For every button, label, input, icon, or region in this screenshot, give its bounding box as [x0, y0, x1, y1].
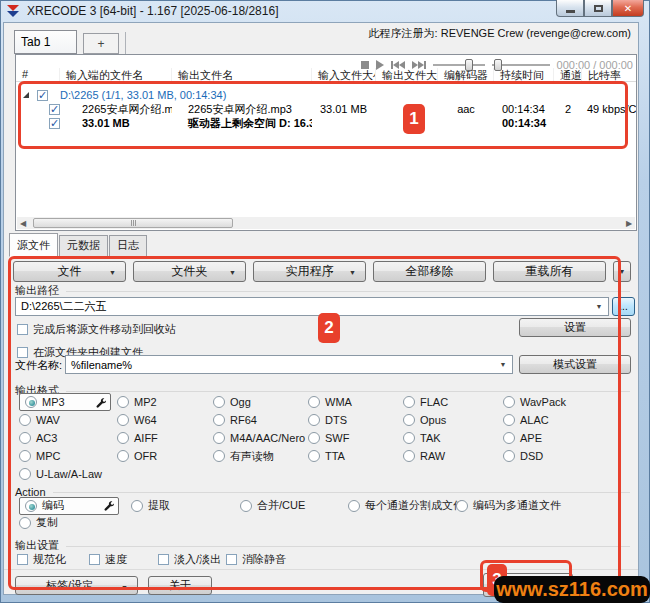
maximize-button[interactable]: [584, 0, 612, 17]
action-copy-radio[interactable]: 复制: [19, 515, 131, 530]
format-mp2-radio[interactable]: MP2: [117, 396, 213, 408]
column-header[interactable]: 输入文件大小: [312, 68, 376, 81]
format-audiobook-radio[interactable]: 有声读物: [213, 449, 308, 464]
close-button[interactable]: ✕: [612, 0, 644, 17]
scroll-right-arrow[interactable]: ▶: [623, 217, 635, 229]
format-ogg-radio[interactable]: Ogg: [213, 396, 308, 408]
format-label: SWF: [325, 432, 349, 444]
format-mpc-radio[interactable]: MPC: [19, 450, 117, 462]
format-dts-radio[interactable]: DTS: [308, 414, 403, 426]
action-extract-radio[interactable]: 提取: [131, 498, 240, 513]
format-dsd-radio[interactable]: DSD: [503, 450, 632, 462]
format-label: 有声读物: [230, 449, 274, 464]
column-header[interactable]: #: [16, 68, 60, 81]
format-swf-radio[interactable]: SWF: [308, 432, 403, 444]
format-tak-radio[interactable]: TAK: [403, 432, 503, 444]
tab-1[interactable]: Tab 1: [14, 30, 77, 54]
format-tta-radio[interactable]: TTA: [308, 450, 403, 462]
minimize-button[interactable]: [556, 0, 584, 17]
format-label: Ogg: [230, 396, 251, 408]
remove-all-button[interactable]: 全部移除: [373, 261, 486, 282]
about-button[interactable]: 关于: [148, 576, 212, 595]
remove-silence-checkbox-row[interactable]: 消除静音: [226, 552, 286, 567]
radio-icon: [25, 396, 37, 408]
column-header[interactable]: 持续时间: [494, 68, 554, 81]
wrench-icon[interactable]: [95, 397, 106, 408]
browse-button[interactable]: ...: [612, 297, 635, 316]
format-w64-radio[interactable]: W64: [117, 414, 213, 426]
pattern-settings-button[interactable]: 模式设置: [519, 355, 631, 374]
add-tab-button[interactable]: +: [83, 33, 119, 54]
output-path-combo[interactable]: D:\2265\二二六五 ▼: [15, 297, 609, 316]
format-label: OFR: [134, 450, 157, 462]
tab-source-files[interactable]: 源文件: [9, 233, 58, 257]
column-header[interactable]: 编解码器: [438, 68, 494, 81]
action-multichannel-radio[interactable]: 编码为多通道文件: [456, 498, 632, 513]
footer-separator: [4, 569, 638, 570]
format-aiff-radio[interactable]: AIFF: [117, 432, 213, 444]
expand-icon[interactable]: [23, 92, 29, 98]
group-checkbox[interactable]: [37, 90, 48, 101]
row-checkbox[interactable]: [49, 104, 60, 115]
speed-checkbox[interactable]: [89, 554, 100, 565]
format-label: APE: [520, 432, 542, 444]
annotation-badge-1: 1: [403, 104, 425, 134]
speed-checkbox-row[interactable]: 速度: [89, 552, 158, 567]
format-opus-radio[interactable]: Opus: [403, 414, 503, 426]
column-header[interactable]: 输出文件大小: [376, 68, 438, 81]
combo-arrow-icon[interactable]: ▼: [591, 299, 607, 314]
remove-silence-checkbox[interactable]: [226, 554, 237, 565]
column-header[interactable]: 比特率: [582, 68, 636, 81]
create-in-source-checkbox[interactable]: [17, 347, 28, 358]
group-row[interactable]: D:\2265 (1/1, 33.01 MB, 00:14:34): [16, 88, 636, 102]
files-button[interactable]: 文件: [13, 261, 126, 282]
action-split-channels-radio[interactable]: 每个通道分割成文件: [348, 498, 456, 513]
move-to-recycle-row[interactable]: 完成后将源文件移动到回收站: [17, 322, 176, 337]
table-row[interactable]: 33.01 MB 驱动器上剩余空间 D: 16.34 GB 00:14:34: [16, 116, 636, 130]
minimize-icon: [566, 10, 575, 13]
format-label: ALAC: [520, 414, 549, 426]
normalize-checkbox[interactable]: [17, 554, 28, 565]
fade-checkbox-row[interactable]: 淡入/淡出: [158, 552, 226, 567]
action-encode-radio[interactable]: 编码: [19, 497, 131, 515]
format-m4a-radio[interactable]: M4A/AAC/Nero: [213, 432, 308, 444]
column-header[interactable]: 输入端的文件名: [60, 68, 172, 81]
folder-button[interactable]: 文件夹: [133, 261, 246, 282]
format-mp3-radio[interactable]: MP3: [19, 393, 117, 411]
tab-1-label: Tab 1: [21, 35, 50, 49]
scroll-left-arrow[interactable]: ◀: [17, 217, 29, 229]
more-dropdown-button[interactable]: ▼: [613, 261, 631, 282]
combo-arrow-icon[interactable]: ▼: [495, 357, 511, 372]
format-flac-radio[interactable]: FLAC: [403, 396, 503, 408]
format-ape-radio[interactable]: APE: [503, 432, 632, 444]
format-wav-radio[interactable]: WAV: [19, 414, 117, 426]
fade-checkbox[interactable]: [158, 554, 169, 565]
format-ofr-radio[interactable]: OFR: [117, 450, 213, 462]
settings-button[interactable]: 设置: [519, 318, 631, 337]
filename-pattern-combo[interactable]: %filename% ▼: [65, 355, 513, 374]
format-rf64-radio[interactable]: RF64: [213, 414, 308, 426]
format-alac-radio[interactable]: ALAC: [503, 414, 632, 426]
tab-log[interactable]: 日志: [109, 235, 147, 257]
column-header[interactable]: 通道: [554, 68, 582, 81]
format-raw-radio[interactable]: RAW: [403, 450, 503, 462]
row-checkbox[interactable]: [49, 118, 60, 129]
normalize-checkbox-row[interactable]: 规范化: [17, 552, 89, 567]
format-wavpack-radio[interactable]: WavPack: [503, 396, 632, 408]
move-to-recycle-checkbox[interactable]: [17, 324, 28, 335]
format-ac3-radio[interactable]: AC3: [19, 432, 117, 444]
scrollbar-thumb[interactable]: [33, 218, 233, 228]
column-header[interactable]: 输出文件名: [172, 68, 312, 81]
horizontal-scrollbar[interactable]: ◀ ▶: [17, 217, 635, 229]
maximize-icon: [594, 5, 603, 12]
reload-all-button[interactable]: 重载所有: [493, 261, 606, 282]
tab-metadata[interactable]: 元数据: [59, 235, 108, 257]
action-merge-cue-radio[interactable]: 合并/CUE: [240, 498, 348, 513]
utilities-button[interactable]: 实用程序: [253, 261, 366, 282]
table-row[interactable]: 2265安卓网介绍.mp4 2265安卓网介绍.mp3 33.01 MB aac…: [16, 102, 636, 116]
format-wma-radio[interactable]: WMA: [308, 396, 403, 408]
wrench-icon[interactable]: [103, 500, 114, 511]
tags-settings-button[interactable]: 标签/设定: [15, 576, 138, 595]
output-path-group: 输出路径: [15, 283, 630, 298]
format-ulaw-radio[interactable]: U-Law/A-Law: [19, 468, 117, 480]
